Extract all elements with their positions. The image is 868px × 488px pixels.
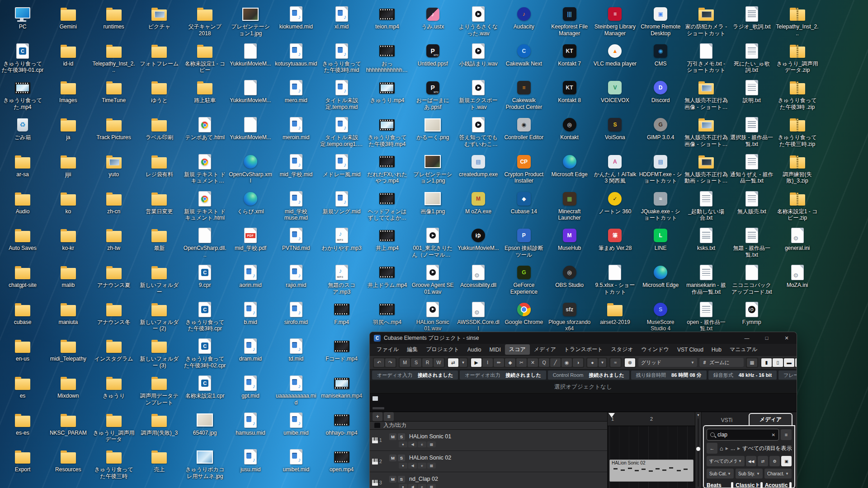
desktop-icon[interactable]: かるーく.png bbox=[411, 116, 454, 141]
desktop-icon[interactable]: Images bbox=[47, 79, 90, 104]
desktop-icon[interactable]: chatgpt-site bbox=[1, 264, 44, 289]
desktop-icon[interactable]: ♪新規ソング.mid bbox=[320, 190, 363, 215]
mute-button[interactable]: M bbox=[389, 455, 396, 461]
record-enable-button[interactable]: ● bbox=[399, 441, 407, 447]
desktop-icon[interactable]: 9.5.xlsx - ショートカット bbox=[593, 264, 637, 295]
desktop-icon[interactable]: インスタグラム bbox=[92, 338, 136, 362]
desktop-icon[interactable]: maniuta bbox=[47, 301, 90, 326]
desktop-icon[interactable]: アナウンス夏 bbox=[92, 264, 136, 289]
desktop-icon[interactable]: きゅうり.mp4 bbox=[365, 79, 409, 104]
desktop-icon[interactable]: 名称未設定1 - コピー bbox=[183, 42, 226, 74]
desktop-icon[interactable]: manisekarin.mp4 bbox=[320, 375, 363, 399]
desktop-icon[interactable]: ♪rajio.mid bbox=[274, 264, 318, 289]
desktop-icon[interactable]: 調声練習(失敗)_3.zip bbox=[776, 153, 819, 184]
minimize-button[interactable]: — bbox=[737, 332, 757, 344]
solo-button[interactable]: S bbox=[398, 455, 405, 461]
desktop-icon[interactable]: ◉CMS bbox=[639, 42, 682, 67]
desktop-icon[interactable]: cubase bbox=[1, 301, 44, 326]
desktop-icon[interactable]: ar-sa bbox=[1, 153, 44, 178]
timeline-ruler[interactable]: 12 bbox=[608, 412, 695, 426]
desktop-icon[interactable]: Telepathy_Inst_2... bbox=[92, 42, 136, 74]
desktop-icon[interactable]: Telepathy_Inst_2... bbox=[776, 5, 819, 37]
desktop-icon[interactable]: ⚙AWSSDK.Core.dll bbox=[457, 301, 500, 332]
desktop-icon[interactable]: プレゼンテーション1.png bbox=[411, 153, 454, 184]
category-column[interactable]: Acoustic bbox=[765, 481, 792, 488]
desktop-icon[interactable]: きゅうり_調声用データ bbox=[92, 412, 136, 443]
desktop-icon[interactable]: ゆF.ymmp bbox=[730, 301, 774, 326]
desktop-icon[interactable]: きゅうり食ってた午後3時 .zip bbox=[776, 79, 819, 110]
record-enable-button[interactable]: ● bbox=[399, 484, 407, 488]
desktop-icon[interactable]: ♪メドレー風.mid bbox=[320, 153, 363, 178]
desktop-icon[interactable]: ♪umibet.mid bbox=[274, 448, 318, 473]
desktop-icon[interactable]: Export bbox=[1, 448, 44, 473]
edit-channel-button[interactable]: e bbox=[418, 484, 426, 488]
desktop-icon[interactable]: open.mp4 bbox=[320, 448, 363, 473]
desktop-icon[interactable]: ♪mid_学校.mid bbox=[274, 153, 318, 178]
shuffle-results-button[interactable]: ⇄ bbox=[758, 456, 768, 466]
desktop-icon[interactable]: GGIMP 3.0.4 bbox=[639, 116, 682, 141]
desktop-icon[interactable]: ♪meroin.mid bbox=[274, 116, 318, 141]
desktop-icon[interactable]: 説明.txt bbox=[730, 79, 774, 104]
desktop-icon[interactable]: ▲VLC media player bbox=[593, 42, 637, 67]
desktop-icon[interactable]: ♪タイトル未設定.tempo.mid bbox=[320, 79, 363, 110]
desktop-icon[interactable]: きゅうりボカコレ用サムネ.jpg bbox=[183, 448, 226, 479]
desktop-icon[interactable]: PEpson 接続診断ツール bbox=[502, 227, 546, 258]
results-list-view-button[interactable]: ≡ bbox=[781, 429, 792, 440]
desktop-icon[interactable]: manisekarin - 親作品一覧.txt bbox=[684, 264, 728, 295]
desktop-icon[interactable]: ko bbox=[47, 190, 90, 215]
desktop-icon[interactable]: 65407.jpg bbox=[183, 412, 226, 436]
desktop-icon[interactable]: きゅうり_調声用データ.zip bbox=[776, 42, 819, 74]
write-automation-button[interactable]: W bbox=[434, 358, 444, 367]
edit-channel-button[interactable]: e bbox=[418, 463, 426, 469]
desktop-icon[interactable]: ピクチャ bbox=[137, 5, 181, 30]
desktop-icon[interactable]: ◆Cubase 14 bbox=[502, 190, 546, 215]
menu-item-VST Cloud[interactable]: VST Cloud bbox=[673, 345, 708, 354]
desktop-icon[interactable]: きゅうり bbox=[92, 375, 136, 399]
desktop-icon[interactable]: LLINE bbox=[639, 227, 682, 252]
menu-item-編集[interactable]: 編集 bbox=[403, 344, 422, 355]
desktop-icon[interactable]: ▤HDDFMT.exe - ショートカット bbox=[639, 153, 682, 184]
desktop-icon[interactable]: Track Pictures bbox=[92, 116, 136, 141]
desktop-icon[interactable]: CPCrypton Product Installer bbox=[502, 153, 546, 184]
desktop-icon[interactable]: _起動しない場合.txt bbox=[684, 190, 728, 221]
mute-all-button[interactable]: M bbox=[400, 358, 410, 367]
desktop-icon[interactable]: 父子キャンプ2018 bbox=[183, 5, 226, 37]
desktop-icon[interactable]: きゅうり食ってた.mp4 bbox=[1, 79, 44, 110]
desktop-icon[interactable]: YukkuriMovieM... bbox=[229, 42, 272, 67]
desktop-icon[interactable]: ksks.txt bbox=[684, 227, 728, 252]
play-tool[interactable]: ◉ bbox=[561, 358, 572, 367]
desktop-icon[interactable]: 死にたい_ゅ歌詞.txt bbox=[730, 42, 774, 74]
desktop-icon[interactable]: ≈JQuake.exe - ショートカット bbox=[639, 190, 682, 221]
desktop-icon[interactable]: 新規エクスポート.wav bbox=[457, 79, 500, 110]
desktop-icon[interactable]: 調声用(失敗)_3 bbox=[137, 412, 181, 436]
ruler-options-dropdown-icon[interactable]: ▼ bbox=[697, 413, 700, 417]
desktop-icon[interactable]: CCakewalk Next bbox=[502, 42, 546, 67]
desktop-icon[interactable]: ♻ごみ箱 bbox=[1, 116, 44, 141]
desktop-icon[interactable]: ラジオ_歌詞.txt bbox=[730, 5, 774, 30]
range-select-tool[interactable]: Ⅰ bbox=[482, 358, 493, 367]
desktop-icon[interactable]: ♪うみ.ustx bbox=[411, 5, 454, 30]
desktop-icon[interactable]: Pおーばーまにあ.ppsf bbox=[411, 79, 454, 110]
desktop-icon[interactable]: open - 親作品一覧.txt bbox=[684, 301, 728, 332]
desktop-icon[interactable]: 路上駐車 bbox=[183, 79, 226, 104]
desktop-icon[interactable]: MM oZA.exe bbox=[457, 190, 500, 215]
desktop-icon[interactable]: Auto Saves bbox=[1, 227, 44, 252]
desktop-icon[interactable]: ohhayo-.mp4 bbox=[320, 412, 363, 436]
desktop-icon[interactable]: ◎Kontakt bbox=[548, 116, 591, 141]
split-tool[interactable]: ✂ bbox=[516, 358, 527, 367]
menu-item-スタジオ[interactable]: スタジオ bbox=[607, 344, 637, 355]
title-bar[interactable]: C Cubase Elements プロジェクト - sinse — □ ✕ bbox=[370, 332, 797, 344]
desktop-icon[interactable]: Aかんたん！AITalk 3 関西風 bbox=[593, 153, 637, 184]
use-track-preset-button[interactable]: ≡ bbox=[384, 412, 394, 421]
desktop-icon[interactable]: ♪dram.mid bbox=[229, 338, 272, 362]
media-search-input[interactable]: clap ✕ bbox=[707, 429, 779, 441]
zoom-tool[interactable]: Q bbox=[539, 358, 549, 367]
desktop-icon[interactable]: ▤createdump.exe bbox=[457, 153, 500, 178]
edit-instrument-button[interactable]: ▦ bbox=[427, 441, 436, 447]
desktop-icon[interactable]: ♪mero.mid bbox=[274, 79, 318, 104]
track-name[interactable]: HALion Sonic 02 bbox=[409, 455, 451, 461]
solo-all-button[interactable]: S bbox=[411, 358, 421, 367]
desktop-icon[interactable]: 無題 - 親作品一覧.txt bbox=[730, 227, 774, 258]
desktop-icon[interactable]: ≡Cakewalk Product Center bbox=[502, 79, 546, 110]
desktop-icon[interactable]: MMuseHub bbox=[548, 227, 591, 252]
